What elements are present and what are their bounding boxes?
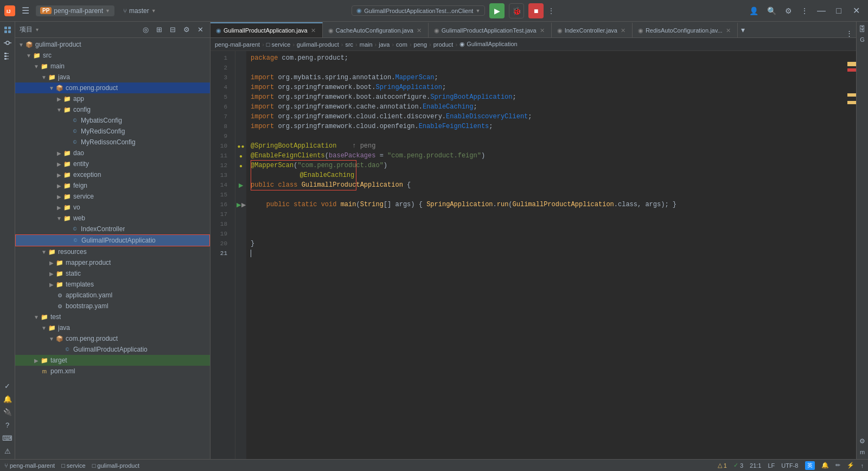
tab-close-index-controller[interactable]: ✕	[620, 27, 627, 35]
tree-item-static[interactable]: ▶ 📁 static	[15, 268, 210, 279]
run-gutter-14[interactable]: ▶	[239, 182, 243, 189]
tree-item-com-peng-product[interactable]: ▼ 📦 com.peng.product	[15, 82, 210, 93]
tab-gulimall-app[interactable]: ◉ GulimallProductApplication.java ✕	[210, 22, 323, 37]
tab-close-app-test[interactable]: ✕	[539, 27, 546, 35]
tree-item-target[interactable]: ▶ 📁 target	[15, 355, 210, 366]
panel-settings-button[interactable]: ⚙	[181, 24, 192, 35]
hamburger-menu[interactable]: ☰	[20, 3, 31, 18]
minimize-button[interactable]: —	[814, 3, 829, 18]
gutter-14[interactable]: ▶	[235, 180, 246, 190]
status-encoding[interactable]: UTF-8	[781, 462, 798, 469]
status-warnings[interactable]: △ 1	[718, 462, 727, 469]
panel-locate-button[interactable]: ◎	[141, 24, 151, 35]
sidebar-icon-structure[interactable]	[2, 50, 14, 62]
breadcrumb-service[interactable]: □ service	[266, 41, 291, 48]
run-button[interactable]: ▶	[489, 3, 505, 18]
tree-item-test[interactable]: ▼ 📁 test	[15, 311, 210, 322]
breadcrumb-peng[interactable]: peng	[414, 41, 427, 48]
right-icon-database[interactable]: 🗄	[858, 24, 867, 34]
panel-title-dropdown[interactable]: ▾	[36, 27, 39, 33]
status-position[interactable]: 21:1	[750, 462, 761, 469]
debug-button[interactable]: 🐞	[509, 3, 524, 18]
tree-item-gulimall-app[interactable]: ▶ © GulimallProductApplicatio	[15, 234, 210, 246]
code-editor[interactable]: package com.peng.product; import org.myb…	[246, 51, 847, 459]
more-icon[interactable]: ⋮	[797, 4, 812, 17]
sidebar-icon-problems[interactable]: ⚠	[2, 445, 14, 457]
tree-item-myredissonconfig[interactable]: ▶ © MyRedissonConfig	[15, 137, 210, 148]
tree-item-app-test[interactable]: ▶ © GulimallProductApplicatio	[15, 344, 210, 355]
sidebar-icon-project[interactable]	[2, 24, 14, 36]
sidebar-icon-help[interactable]: ?	[2, 419, 14, 431]
breadcrumb-class[interactable]: ◉ GulimallApplication	[459, 41, 518, 48]
tree-item-mapper-product[interactable]: ▶ 📁 mapper.product	[15, 257, 210, 268]
tree-item-java[interactable]: ▼ 📁 java	[15, 72, 210, 82]
project-selector[interactable]: PP peng-mall-parent ▼	[36, 5, 114, 16]
run-gutter-16[interactable]: ▶	[237, 201, 241, 208]
tree-item-config[interactable]: ▼ 📁 config	[15, 104, 210, 115]
tree-item-src[interactable]: ▼ 📁 src	[15, 50, 210, 61]
settings-icon[interactable]: ⚙	[782, 4, 795, 17]
tree-item-mybatisconfig[interactable]: ▶ © MybatisConfig	[15, 115, 210, 126]
search-everywhere-icon[interactable]: 🔍	[764, 4, 780, 17]
status-power[interactable]: ⚡	[847, 462, 854, 469]
sidebar-icon-notifications[interactable]: 🔔	[2, 393, 14, 405]
breadcrumb-gulimall-product[interactable]: gulimall-product	[297, 41, 339, 48]
tab-index-controller[interactable]: ◉ IndexController.java ✕	[552, 22, 633, 37]
gutter-16[interactable]: ▶ ▶	[235, 200, 246, 209]
tab-close-redis-auto[interactable]: ✕	[725, 27, 732, 35]
tree-item-pom-xml[interactable]: ▶ m pom.xml	[15, 366, 210, 377]
tree-item-gulimall-product[interactable]: ▼ 📦 gulimall-product	[15, 39, 210, 50]
status-service[interactable]: □ service	[61, 462, 86, 469]
run-config-selector[interactable]: ◉ GulimallProductApplicationTest...onCli…	[352, 5, 485, 16]
tree-item-application-yaml[interactable]: ▶ ⚙ application.yaml	[15, 290, 210, 301]
panel-close-button[interactable]: ✕	[195, 24, 206, 35]
status-git[interactable]: ⑂ peng-mall-parent	[4, 462, 55, 469]
tab-app-test[interactable]: ◉ GulimallProductApplicationTest.java ✕	[429, 22, 552, 37]
status-notifications[interactable]: 🔔	[821, 462, 829, 469]
tree-item-service[interactable]: ▶ 📁 service	[15, 191, 210, 202]
expand-gutter-16[interactable]: ▶	[241, 201, 246, 208]
tree-item-exception[interactable]: ▶ 📁 exception	[15, 169, 210, 180]
profile-icon[interactable]: 👤	[746, 4, 762, 17]
tree-item-indexcontroller[interactable]: ▶ © IndexController	[15, 224, 210, 234]
tree-item-bootstrap-yaml[interactable]: ▶ ⚙ bootstrap.yaml	[15, 301, 210, 311]
more-actions-button[interactable]: ⋮	[548, 7, 554, 15]
close-button[interactable]: ✕	[848, 3, 864, 18]
tab-close-gulimall-app[interactable]: ✕	[310, 27, 317, 35]
status-share[interactable]: ↑	[861, 462, 864, 469]
breadcrumb-main[interactable]: main	[360, 41, 373, 48]
sidebar-icon-terminal[interactable]: ⌨	[2, 432, 14, 444]
breadcrumb-product[interactable]: product	[433, 41, 454, 48]
breadcrumb-peng-mall-parent[interactable]: peng-mall-parent	[215, 41, 260, 48]
stop-button[interactable]: ■	[528, 3, 544, 18]
right-icon-gradle[interactable]: G	[858, 35, 867, 44]
tab-cache-auto[interactable]: ◉ CacheAutoConfiguration.java ✕	[323, 22, 429, 37]
breadcrumb-com[interactable]: com	[396, 41, 407, 48]
sidebar-icon-commit[interactable]	[2, 37, 14, 49]
breadcrumb-src[interactable]: src	[345, 41, 353, 48]
panel-collapse-button[interactable]: ⊟	[168, 24, 178, 35]
tree-item-myredisconfig[interactable]: ▶ © MyRedisConfig	[15, 126, 210, 137]
status-errors[interactable]: ✓ 3	[733, 462, 743, 469]
right-icon-structure[interactable]: ⚙	[858, 436, 867, 446]
branch-selector[interactable]: ⑂ master ▼	[119, 5, 161, 16]
status-language[interactable]: 英	[805, 461, 815, 470]
sidebar-icon-todo[interactable]: ✓	[2, 380, 14, 392]
tab-close-cache-auto[interactable]: ✕	[416, 27, 423, 35]
tree-item-web[interactable]: ▼ 📁 web	[15, 213, 210, 224]
right-icon-maven[interactable]: m	[858, 447, 867, 457]
tab-redis-auto[interactable]: ◉ RedisAutoConfiguration.jav... ✕	[633, 22, 738, 37]
status-line-ending[interactable]: LF	[768, 462, 775, 469]
maximize-button[interactable]: □	[831, 3, 846, 18]
tree-item-entity[interactable]: ▶ 📁 entity	[15, 158, 210, 169]
panel-expand-button[interactable]: ⊞	[154, 24, 164, 35]
tree-item-dao[interactable]: ▶ 📁 dao	[15, 148, 210, 158]
tree-item-app[interactable]: ▶ 📁 app	[15, 93, 210, 104]
status-extra[interactable]: ✏	[835, 462, 840, 469]
tree-item-main[interactable]: ▼ 📁 main	[15, 61, 210, 72]
tree-item-templates[interactable]: ▶ 📁 templates	[15, 279, 210, 290]
breadcrumb-java[interactable]: java	[379, 41, 390, 48]
status-module[interactable]: □ gulimall-product	[92, 462, 139, 469]
tree-item-vo[interactable]: ▶ 📁 vo	[15, 202, 210, 213]
tab-more-button[interactable]: ▾	[738, 26, 748, 34]
